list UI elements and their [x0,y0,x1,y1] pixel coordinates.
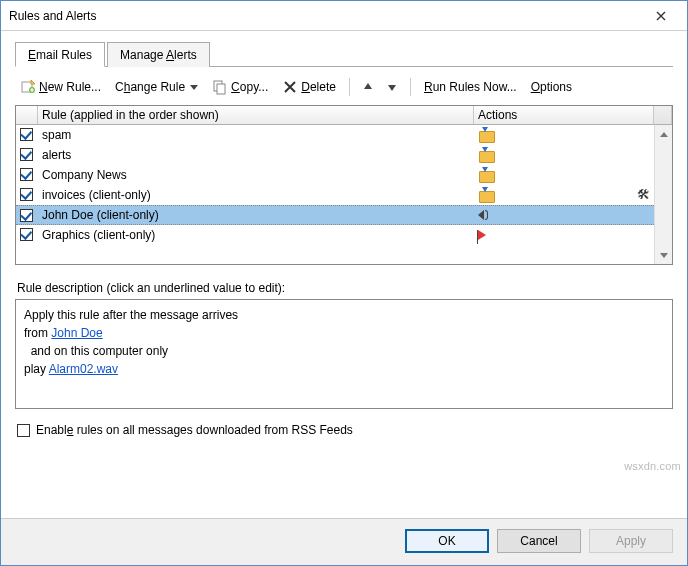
rules-list: Rule (applied in the order shown) Action… [15,105,673,265]
rules-list-body: spamalertsCompany Newsinvoices (client-o… [16,125,672,264]
row-checkbox-cell [16,125,38,144]
rule-description-box: Apply this rule after the message arrive… [15,299,673,409]
table-row[interactable]: Graphics (client-only) [16,225,672,245]
row-actions: 🛠 [474,185,654,204]
move-to-folder-icon [478,168,494,182]
delete-icon [282,79,298,95]
rules-list-header: Rule (applied in the order shown) Action… [16,106,672,125]
header-scroll-col [654,106,672,124]
desc-link-from[interactable]: John Doe [51,326,102,340]
move-down-button[interactable] [384,80,400,94]
row-checkbox-cell [16,185,38,204]
scroll-up-button[interactable] [655,125,672,143]
header-rule-col[interactable]: Rule (applied in the order shown) [38,106,474,124]
copy-button[interactable]: Copy... [209,77,271,97]
row-checkbox-cell [16,165,38,184]
desc-line: from John Doe [24,324,664,342]
copy-icon [212,79,228,95]
run-rules-now-button[interactable]: Run Rules Now... [421,78,520,96]
dialog-body: Email Rules Manage Alerts New Rule... Ch… [1,31,687,518]
svg-rect-3 [217,84,225,94]
dialog-footer: OK Cancel Apply [1,518,687,565]
rules-and-alerts-dialog: Rules and Alerts Email Rules Manage Aler… [0,0,688,566]
row-rule-name: spam [38,125,474,144]
client-only-tools-icon: 🛠 [637,187,650,202]
desc-line: and on this computer only [24,342,664,360]
row-actions [474,225,654,244]
row-rule-name: invoices (client-only) [38,185,474,204]
tab-email-rules[interactable]: Email Rules [15,42,105,67]
row-checkbox[interactable] [20,168,33,181]
row-rule-name: Company News [38,165,474,184]
row-actions [474,206,654,224]
chevron-down-icon [190,85,198,90]
table-row[interactable]: alerts [16,145,672,165]
table-row[interactable]: spam [16,125,672,145]
play-sound-icon [478,210,488,220]
row-actions [474,165,654,184]
row-actions [474,145,654,164]
row-checkbox[interactable] [20,148,33,161]
row-checkbox-cell [16,225,38,244]
table-row[interactable]: invoices (client-only)🛠 [16,185,672,205]
move-up-button[interactable] [360,80,376,94]
row-checkbox[interactable] [20,228,33,241]
new-rule-button[interactable]: New Rule... [17,77,104,97]
close-icon [656,11,666,21]
scroll-down-button[interactable] [655,246,672,264]
new-rule-icon [20,79,36,95]
desc-line: play Alarm02.wav [24,360,664,378]
row-actions [474,125,654,144]
scrollbar[interactable] [654,125,672,264]
rss-label: Enable rules on all messages downloaded … [36,423,353,437]
move-to-folder-icon [478,148,494,162]
separator [410,78,411,96]
move-to-folder-icon [478,188,494,202]
arrow-down-icon [387,82,397,92]
ok-button[interactable]: OK [405,529,489,553]
delete-button[interactable]: Delete [279,77,339,97]
window-title: Rules and Alerts [9,9,639,23]
row-checkbox-cell [16,145,38,164]
toolbar: New Rule... Change Rule Copy... Delete [15,67,673,105]
header-checkbox-col[interactable] [16,106,38,124]
row-rule-name: alerts [38,145,474,164]
rule-description-label: Rule description (click an underlined va… [17,281,673,295]
tabstrip: Email Rules Manage Alerts [15,41,673,67]
options-button[interactable]: Options [528,78,575,96]
row-rule-name: John Doe (client-only) [38,206,474,224]
desc-link-play[interactable]: Alarm02.wav [49,362,118,376]
row-checkbox[interactable] [20,209,33,222]
close-button[interactable] [639,2,683,30]
apply-button[interactable]: Apply [589,529,673,553]
watermark: wsxdn.com [624,460,681,472]
arrow-up-icon [363,82,373,92]
table-row[interactable]: Company News [16,165,672,185]
titlebar: Rules and Alerts [1,1,687,31]
cancel-button[interactable]: Cancel [497,529,581,553]
desc-line: Apply this rule after the message arrive… [24,306,664,324]
flag-icon [478,230,486,240]
separator [349,78,350,96]
row-rule-name: Graphics (client-only) [38,225,474,244]
rss-checkbox[interactable] [17,424,30,437]
header-actions-col[interactable]: Actions [474,106,654,124]
table-row[interactable]: John Doe (client-only) [16,205,672,225]
row-checkbox[interactable] [20,188,33,201]
rss-enable-row: Enable rules on all messages downloaded … [17,423,671,437]
row-checkbox[interactable] [20,128,33,141]
move-to-folder-icon [478,128,494,142]
row-checkbox-cell [16,206,38,224]
tab-manage-alerts[interactable]: Manage Alerts [107,42,210,67]
change-rule-button[interactable]: Change Rule [112,78,201,96]
